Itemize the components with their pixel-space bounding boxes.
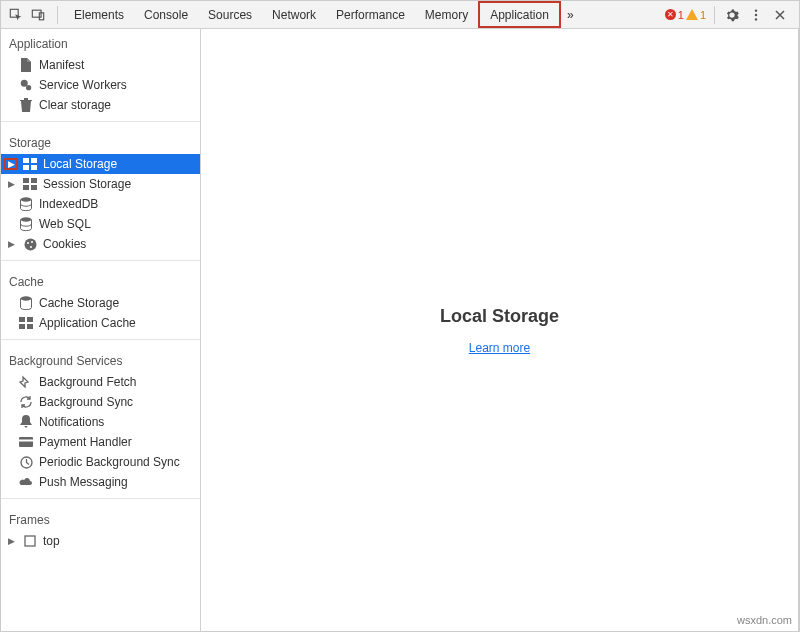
svg-rect-15 <box>31 185 37 190</box>
sidebar-item-cache-storage[interactable]: Cache Storage <box>1 293 200 313</box>
section-cache: Cache <box>1 267 200 293</box>
svg-point-6 <box>21 80 28 87</box>
tab-console[interactable]: Console <box>134 1 198 28</box>
tab-sources[interactable]: Sources <box>198 1 262 28</box>
fetch-icon <box>19 375 33 389</box>
tab-label: Console <box>144 8 188 22</box>
application-sidebar: Application Manifest Service Workers Cle… <box>1 29 201 631</box>
warning-count: 1 <box>700 9 706 21</box>
error-count: 1 <box>678 9 684 21</box>
sidebar-item-application-cache[interactable]: Application Cache <box>1 313 200 333</box>
svg-rect-23 <box>19 317 25 322</box>
divider <box>1 339 200 340</box>
svg-rect-27 <box>19 437 33 447</box>
tabs-overflow-button[interactable]: » <box>561 8 580 22</box>
sidebar-item-push-messaging[interactable]: Push Messaging <box>1 472 200 492</box>
file-icon <box>19 58 33 72</box>
svg-point-3 <box>755 9 757 11</box>
main-heading: Local Storage <box>440 306 559 327</box>
table-icon <box>23 157 37 171</box>
tab-label: Elements <box>74 8 124 22</box>
tab-memory[interactable]: Memory <box>415 1 478 28</box>
toolbar-right: ✕ 1 1 <box>665 6 793 24</box>
svg-rect-28 <box>19 440 33 442</box>
close-icon[interactable] <box>771 6 789 24</box>
tab-label: Application <box>490 8 549 22</box>
svg-point-17 <box>21 217 32 221</box>
tab-label: Network <box>272 8 316 22</box>
learn-more-link[interactable]: Learn more <box>469 341 530 355</box>
svg-point-20 <box>31 241 33 243</box>
cookie-icon <box>23 237 37 251</box>
sidebar-item-payment-handler[interactable]: Payment Handler <box>1 432 200 452</box>
svg-point-21 <box>30 246 32 248</box>
sidebar-item-notifications[interactable]: Notifications <box>1 412 200 432</box>
divider <box>1 498 200 499</box>
issue-counts[interactable]: ✕ 1 1 <box>665 9 706 21</box>
svg-point-22 <box>21 296 32 300</box>
expand-icon[interactable]: ▶ <box>5 536 17 546</box>
sidebar-item-background-sync[interactable]: Background Sync <box>1 392 200 412</box>
sidebar-item-label: Cache Storage <box>39 296 119 310</box>
sidebar-item-label: Background Fetch <box>39 375 136 389</box>
sidebar-item-label: Manifest <box>39 58 84 72</box>
sidebar-item-background-fetch[interactable]: Background Fetch <box>1 372 200 392</box>
section-storage: Storage <box>1 128 200 154</box>
sidebar-item-clear-storage[interactable]: Clear storage <box>1 95 200 115</box>
tab-network[interactable]: Network <box>262 1 326 28</box>
svg-point-7 <box>26 85 31 90</box>
expand-icon[interactable]: ▶ <box>5 179 17 189</box>
devtools-window: Elements Console Sources Network Perform… <box>0 0 800 632</box>
separator <box>714 6 715 24</box>
svg-rect-10 <box>23 165 29 170</box>
separator <box>57 6 58 24</box>
tab-label: Performance <box>336 8 405 22</box>
sidebar-item-label: Payment Handler <box>39 435 132 449</box>
sidebar-item-service-workers[interactable]: Service Workers <box>1 75 200 95</box>
divider <box>1 260 200 261</box>
section-application: Application <box>1 29 200 55</box>
svg-point-19 <box>27 242 29 244</box>
trash-icon <box>19 98 33 112</box>
divider <box>1 121 200 122</box>
error-icon: ✕ <box>665 9 676 20</box>
tab-performance[interactable]: Performance <box>326 1 415 28</box>
svg-rect-8 <box>23 158 29 163</box>
sidebar-item-label: Service Workers <box>39 78 127 92</box>
inspect-icon[interactable] <box>7 6 25 24</box>
database-icon <box>19 296 33 310</box>
expand-icon[interactable]: ▶ <box>5 239 17 249</box>
section-frames: Frames <box>1 505 200 531</box>
bell-icon <box>19 415 33 429</box>
warning-icon <box>686 9 698 20</box>
sidebar-item-indexeddb[interactable]: IndexedDB <box>1 194 200 214</box>
panel-body: Application Manifest Service Workers Cle… <box>1 29 799 631</box>
svg-rect-12 <box>23 178 29 183</box>
sidebar-item-label: Notifications <box>39 415 104 429</box>
frame-icon <box>23 534 37 548</box>
svg-rect-11 <box>31 165 37 170</box>
sidebar-item-label: Application Cache <box>39 316 136 330</box>
sidebar-item-label: Clear storage <box>39 98 111 112</box>
tab-application[interactable]: Application <box>478 1 561 28</box>
tab-label: Sources <box>208 8 252 22</box>
database-icon <box>19 217 33 231</box>
sidebar-item-frame-top[interactable]: ▶ top <box>1 531 200 551</box>
svg-rect-13 <box>31 178 37 183</box>
sidebar-item-periodic-background-sync[interactable]: Periodic Background Sync <box>1 452 200 472</box>
card-icon <box>19 435 33 449</box>
sidebar-item-cookies[interactable]: ▶ Cookies <box>1 234 200 254</box>
gear-icon[interactable] <box>723 6 741 24</box>
svg-rect-9 <box>31 158 37 163</box>
svg-rect-30 <box>25 536 35 546</box>
expand-icon[interactable]: ▶ <box>5 159 17 169</box>
sidebar-item-manifest[interactable]: Manifest <box>1 55 200 75</box>
tab-elements[interactable]: Elements <box>64 1 134 28</box>
device-toggle-icon[interactable] <box>29 6 47 24</box>
sidebar-item-session-storage[interactable]: ▶ Session Storage <box>1 174 200 194</box>
sidebar-item-local-storage[interactable]: ▶ Local Storage <box>1 154 200 174</box>
sidebar-item-websql[interactable]: Web SQL <box>1 214 200 234</box>
kebab-menu-icon[interactable] <box>747 6 765 24</box>
sync-icon <box>19 395 33 409</box>
sidebar-item-label: top <box>43 534 60 548</box>
